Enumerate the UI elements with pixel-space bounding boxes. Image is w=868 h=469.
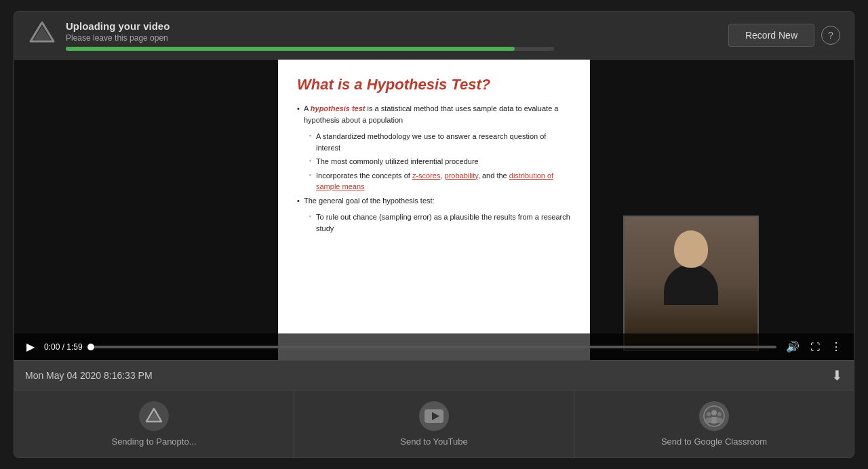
person-silhouette — [664, 230, 718, 305]
time-display: 0:00 / 1:59 — [44, 342, 83, 352]
video-area: What is a Hypothesis Test? A hypothesis … — [14, 60, 854, 360]
send-to-google-classroom-button[interactable]: Send to Google Classroom — [574, 390, 854, 457]
bottom-bar: Mon May 04 2020 8:16:33 PM ⬇ — [14, 360, 854, 390]
slide-body: A hypothesis test is a statistical metho… — [297, 103, 571, 234]
download-icon: ⬇ — [831, 368, 843, 383]
upload-subtitle: Please leave this page open — [66, 33, 554, 43]
header-left: Uploading your video Please leave this p… — [28, 20, 554, 51]
progress-bar-fill — [66, 47, 515, 51]
header: Uploading your video Please leave this p… — [14, 12, 854, 60]
youtube-label: Send to YouTube — [400, 436, 467, 447]
slide-title: What is a Hypothesis Test? — [297, 76, 571, 94]
svg-point-11 — [717, 412, 722, 416]
person-body — [664, 264, 718, 305]
upload-title: Uploading your video — [66, 20, 554, 32]
svg-point-7 — [711, 410, 717, 415]
progress-bar-container — [66, 47, 554, 51]
record-new-button[interactable]: Record New — [728, 24, 814, 47]
panopto-logo — [28, 20, 56, 51]
youtube-icon — [419, 401, 449, 431]
webcam-overlay — [623, 216, 759, 351]
recording-date: Mon May 04 2020 8:16:33 PM — [25, 370, 153, 381]
seek-bar[interactable] — [91, 346, 776, 348]
play-button[interactable]: ▶ — [25, 339, 36, 354]
video-controls: ▶ 0:00 / 1:59 🔊 ⛶ ⋮ — [14, 333, 854, 360]
volume-button[interactable]: 🔊 — [785, 339, 801, 354]
svg-point-12 — [716, 417, 723, 423]
webcam-person — [625, 217, 757, 350]
panopto-icon — [139, 401, 169, 431]
google-classroom-icon — [699, 401, 729, 431]
slide-bullet-2: The general goal of the hypothesis test: — [297, 195, 571, 207]
slide-bullet-1-sub3: Incorporates the concepts of z-scores, p… — [309, 170, 571, 192]
person-head — [674, 230, 708, 268]
panopto-label: Sending to Panopto... — [111, 436, 196, 447]
google-classroom-label: Send to Google Classroom — [661, 436, 767, 447]
share-row: Sending to Panopto... Send to YouTube — [14, 390, 854, 457]
header-right: Record New ? — [728, 24, 840, 47]
slide-bullet-1-sub2: The most commonly utilized inferential p… — [309, 156, 571, 167]
volume-icon: 🔊 — [786, 340, 800, 353]
more-options-button[interactable]: ⋮ — [829, 339, 843, 354]
app-window: Uploading your video Please leave this p… — [14, 11, 854, 458]
fullscreen-icon: ⛶ — [810, 342, 820, 352]
slide-bullet-1: A hypothesis test is a statistical metho… — [297, 103, 571, 125]
slide-bullet-2-sub1: To rule out chance (sampling error) as a… — [309, 211, 571, 234]
help-icon[interactable]: ? — [821, 26, 840, 45]
send-to-youtube-button[interactable]: Send to YouTube — [294, 390, 574, 457]
seek-dot — [87, 344, 94, 350]
upload-info: Uploading your video Please leave this p… — [66, 20, 554, 51]
svg-point-9 — [707, 412, 711, 416]
more-options-icon: ⋮ — [831, 340, 842, 353]
send-to-panopto-button[interactable]: Sending to Panopto... — [14, 390, 294, 457]
fullscreen-button[interactable]: ⛶ — [809, 340, 821, 354]
download-button[interactable]: ⬇ — [831, 367, 843, 384]
svg-point-10 — [705, 417, 712, 423]
slide-frame: What is a Hypothesis Test? A hypothesis … — [278, 60, 590, 360]
play-icon: ▶ — [26, 340, 35, 353]
slide-bullet-1-sub1: A standardized methodology we use to ans… — [309, 131, 571, 153]
